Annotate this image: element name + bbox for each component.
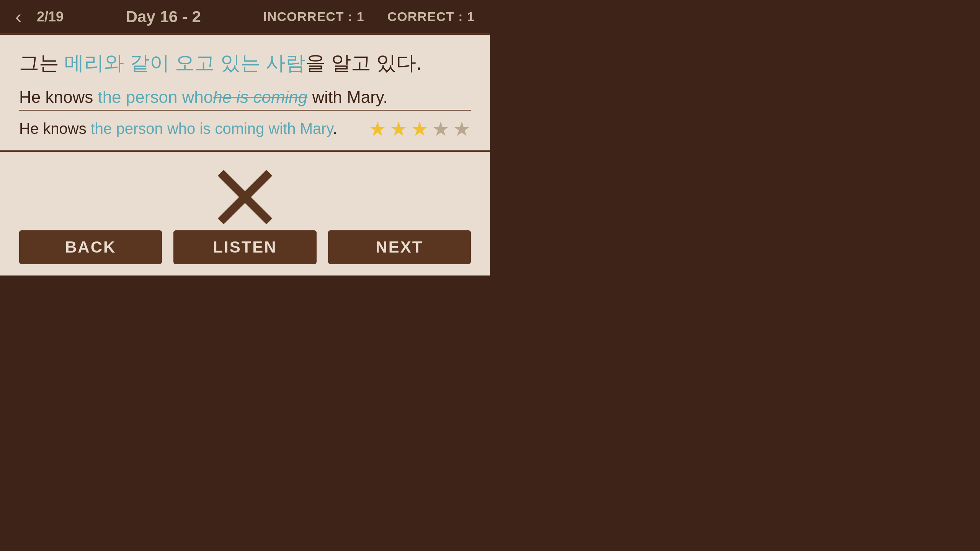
back-button[interactable]: ‹ [15, 8, 21, 26]
correct-highlight-1: the person who is coming with Mary [91, 120, 333, 137]
action-buttons: BACK LISTEN NEXT [19, 230, 471, 264]
header-right: INCORRECT : 1 CORRECT : 1 [263, 9, 475, 24]
header: ‹ 2/19 Day 16 - 2 INCORRECT : 1 CORRECT … [0, 0, 490, 33]
progress-indicator: 2/19 [37, 9, 64, 25]
bottom-area: BACK LISTEN NEXT [0, 152, 490, 276]
user-answer-highlight-1: the person who [98, 88, 213, 106]
star-2: ★ [390, 117, 408, 140]
correct-answer: He knows the person who is coming with M… [19, 120, 337, 137]
x-icon [214, 166, 276, 228]
correct-answer-row: He knows the person who is coming with M… [19, 114, 471, 140]
correct-normal-2: . [333, 120, 337, 137]
korean-text-normal-2: 을 알고 있다. [305, 52, 421, 74]
star-3: ★ [411, 117, 429, 140]
back-button[interactable]: BACK [19, 230, 162, 264]
correct-normal-1: He knows [19, 120, 91, 137]
incorrect-indicator [214, 163, 276, 230]
day-title: Day 16 - 2 [126, 8, 201, 26]
user-answer-normal-1: He knows [19, 88, 98, 106]
card-content: 그는 메리와 같이 오고 있는 사람을 알고 있다. He knows the … [0, 33, 490, 152]
incorrect-score: INCORRECT : 1 [263, 9, 364, 24]
user-answer-normal-2: with Mary. [307, 88, 387, 106]
user-answer-strikethrough: he is coming [213, 88, 307, 106]
korean-sentence: 그는 메리와 같이 오고 있는 사람을 알고 있다. [19, 50, 471, 76]
korean-text-highlight: 메리와 같이 오고 있는 사람 [64, 52, 305, 74]
next-button[interactable]: NEXT [328, 230, 471, 264]
header-left: ‹ 2/19 [15, 8, 64, 26]
user-answer: He knows the person whohe is coming with… [19, 88, 471, 111]
korean-text-normal-1: 그는 [19, 52, 64, 74]
correct-score: CORRECT : 1 [387, 9, 475, 24]
star-1: ★ [369, 117, 387, 140]
stars-container: ★ ★ ★ ★ ★ [369, 117, 471, 140]
star-4: ★ [432, 117, 450, 140]
listen-button[interactable]: LISTEN [173, 230, 316, 264]
star-5: ★ [453, 117, 471, 140]
